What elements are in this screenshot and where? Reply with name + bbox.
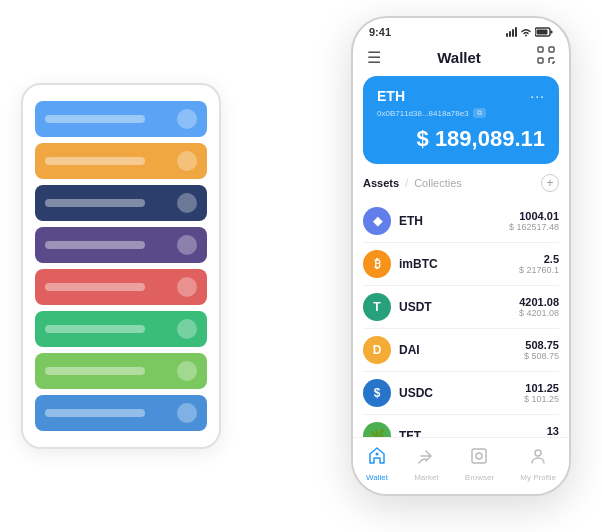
card-item[interactable]	[35, 101, 207, 137]
scan-icon[interactable]	[537, 46, 555, 68]
asset-amounts: 2.5 $ 21760.1	[519, 253, 559, 275]
svg-point-10	[376, 453, 379, 456]
asset-item[interactable]: T USDT 4201.08 $ 4201.08	[363, 286, 559, 329]
asset-item[interactable]: $ USDC 101.25 $ 101.25	[363, 372, 559, 415]
assets-tab-inactive[interactable]: Collecties	[414, 177, 462, 189]
battery-icon	[535, 27, 553, 37]
asset-item[interactable]: ₿ imBTC 2.5 $ 21760.1	[363, 243, 559, 286]
card-stack	[21, 83, 221, 449]
assets-header: Assets / Collecties +	[363, 174, 559, 192]
nav-icon	[367, 446, 387, 471]
eth-symbol: ETH	[377, 88, 405, 104]
asset-icon: D	[363, 336, 391, 364]
asset-item[interactable]: 🌿 TFT 13 0	[363, 415, 559, 437]
status-icons	[506, 27, 553, 37]
asset-icon: T	[363, 293, 391, 321]
asset-balance: 101.25	[524, 382, 559, 394]
phone-header: ☰ Wallet	[353, 42, 569, 76]
wifi-icon	[520, 27, 532, 37]
asset-item[interactable]: ◆ ETH 1004.01 $ 162517.48	[363, 200, 559, 243]
asset-value: $ 508.75	[524, 351, 559, 361]
asset-value: $ 21760.1	[519, 265, 559, 275]
card-item-text	[45, 283, 145, 291]
asset-name: imBTC	[399, 257, 519, 271]
card-item[interactable]	[35, 311, 207, 347]
asset-icon: $	[363, 379, 391, 407]
nav-label: Wallet	[366, 473, 388, 482]
nav-icon	[416, 446, 436, 471]
nav-item-wallet[interactable]: Wallet	[366, 446, 388, 482]
header-title: Wallet	[437, 49, 481, 66]
asset-name: ETH	[399, 214, 509, 228]
card-item-icon	[177, 193, 197, 213]
card-item[interactable]	[35, 353, 207, 389]
phone-content: ETH ··· 0x0B711d38...8418a78e3 ⧉ $ 189,0…	[353, 76, 569, 437]
svg-rect-2	[537, 30, 548, 35]
asset-name: DAI	[399, 343, 524, 357]
assets-add-button[interactable]: +	[541, 174, 559, 192]
asset-name: TFT	[399, 429, 547, 437]
card-item-text	[45, 367, 145, 375]
svg-rect-4	[549, 47, 554, 52]
time: 9:41	[369, 26, 391, 38]
nav-icon	[528, 446, 548, 471]
nav-item-my-profile[interactable]: My Profile	[520, 446, 556, 482]
card-item-text	[45, 115, 145, 123]
eth-address: 0x0B711d38...8418a78e3 ⧉	[377, 108, 545, 118]
asset-amounts: 13 0	[547, 425, 559, 437]
card-item-icon	[177, 403, 197, 423]
asset-icon: ◆	[363, 207, 391, 235]
asset-amounts: 1004.01 $ 162517.48	[509, 210, 559, 232]
menu-icon[interactable]: ☰	[367, 48, 381, 67]
svg-rect-1	[551, 31, 553, 34]
bottom-nav: Wallet Market Browser My Profile	[353, 437, 569, 494]
eth-card[interactable]: ETH ··· 0x0B711d38...8418a78e3 ⧉ $ 189,0…	[363, 76, 559, 164]
card-item-icon	[177, 235, 197, 255]
asset-icon: 🌿	[363, 422, 391, 437]
asset-icon: ₿	[363, 250, 391, 278]
svg-rect-11	[472, 449, 486, 463]
card-item[interactable]	[35, 185, 207, 221]
card-item-text	[45, 199, 145, 207]
asset-name: USDT	[399, 300, 519, 314]
nav-item-browser[interactable]: Browser	[465, 446, 494, 482]
nav-item-market[interactable]: Market	[414, 446, 438, 482]
asset-value: $ 101.25	[524, 394, 559, 404]
status-bar: 9:41	[353, 18, 569, 42]
nav-label: Market	[414, 473, 438, 482]
signal-icon	[506, 27, 517, 37]
asset-value: $ 4201.08	[519, 308, 559, 318]
svg-rect-3	[538, 47, 543, 52]
asset-amounts: 508.75 $ 508.75	[524, 339, 559, 361]
scene: 9:41	[21, 16, 581, 516]
asset-list: ◆ ETH 1004.01 $ 162517.48 ₿ imBTC 2.5 $ …	[363, 200, 559, 437]
card-item[interactable]	[35, 395, 207, 431]
svg-point-13	[535, 450, 541, 456]
assets-tabs: Assets / Collecties	[363, 177, 462, 189]
asset-name: USDC	[399, 386, 524, 400]
asset-balance: 508.75	[524, 339, 559, 351]
svg-rect-5	[538, 58, 543, 63]
card-item-text	[45, 325, 145, 333]
eth-address-badge: ⧉	[473, 108, 486, 118]
phone: 9:41	[351, 16, 571, 496]
card-item[interactable]	[35, 227, 207, 263]
card-item-icon	[177, 319, 197, 339]
assets-tab-active[interactable]: Assets	[363, 177, 399, 189]
card-item[interactable]	[35, 269, 207, 305]
asset-balance: 1004.01	[509, 210, 559, 222]
card-item-icon	[177, 277, 197, 297]
card-item-icon	[177, 109, 197, 129]
asset-item[interactable]: D DAI 508.75 $ 508.75	[363, 329, 559, 372]
nav-label: Browser	[465, 473, 494, 482]
card-item-text	[45, 157, 145, 165]
card-item-text	[45, 241, 145, 249]
card-item-text	[45, 409, 145, 417]
svg-point-12	[476, 453, 482, 459]
eth-more[interactable]: ···	[530, 88, 545, 104]
asset-balance: 4201.08	[519, 296, 559, 308]
asset-value: $ 162517.48	[509, 222, 559, 232]
card-item[interactable]	[35, 143, 207, 179]
assets-tab-divider: /	[405, 177, 408, 189]
card-item-icon	[177, 151, 197, 171]
